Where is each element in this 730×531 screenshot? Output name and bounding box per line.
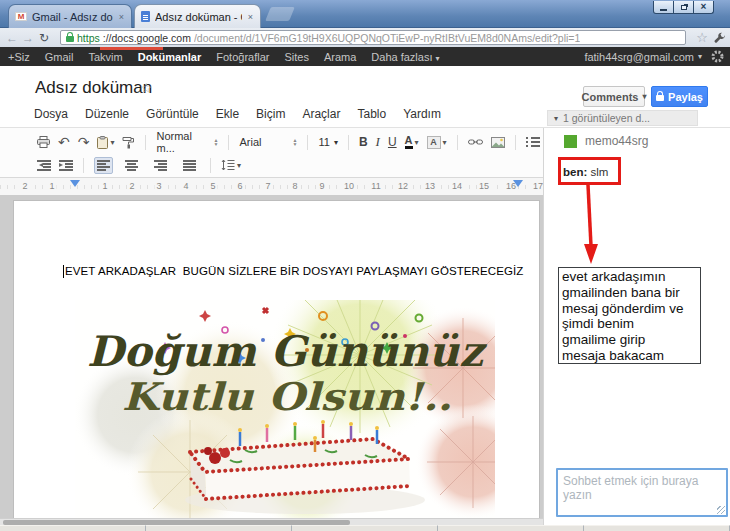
gbar-search[interactable]: Arama — [324, 51, 356, 63]
gbar-documents[interactable]: Dokümanlar — [138, 51, 202, 63]
gbar-plus-you[interactable]: +Siz — [8, 51, 30, 63]
active-product-indicator — [100, 47, 163, 50]
account-menu[interactable]: fatih44srg@gmail.com ▾ — [584, 47, 702, 66]
align-left-button[interactable] — [94, 157, 113, 174]
ruler-number: 3 — [154, 181, 163, 191]
chevron-down-icon: ▾ — [110, 138, 114, 147]
gear-icon[interactable] — [711, 50, 724, 65]
chevron-down-icon: ▾ — [642, 92, 646, 101]
menu-view[interactable]: Görüntüle — [146, 107, 199, 121]
ruler-number: 5 — [208, 181, 217, 191]
insert-image-button[interactable] — [491, 137, 505, 148]
line-spacing-button[interactable]: ▾ — [221, 159, 241, 171]
ruler-number: 11 — [369, 181, 382, 191]
redo-button[interactable]: ↷ — [78, 134, 90, 150]
bookmark-star-icon[interactable]: ☆ — [696, 30, 708, 45]
minimize-icon — [660, 9, 667, 11]
menu-format[interactable]: Biçim — [256, 107, 285, 121]
align-justify-button[interactable] — [179, 156, 200, 175]
star-document-icon[interactable]: ☆ — [140, 80, 153, 96]
reload-button[interactable]: ↻ — [36, 31, 52, 45]
indent-button[interactable] — [59, 160, 73, 171]
outdent-button[interactable] — [37, 160, 51, 171]
address-bar[interactable]: https://docs.google.com/document/d/1VF6m… — [60, 30, 686, 45]
align-center-button[interactable] — [121, 156, 142, 175]
share-button[interactable]: Paylaş — [651, 86, 708, 107]
presence-color-square — [564, 135, 577, 148]
ruler-number: 1 — [47, 181, 56, 191]
comments-button[interactable]: Comments▾ — [583, 86, 645, 107]
chevron-down-icon: ▾ — [436, 54, 440, 63]
left-indent-marker[interactable] — [70, 180, 80, 192]
gbar-sites[interactable]: Sites — [284, 51, 308, 63]
ruler-number: 4 — [181, 181, 190, 191]
document-page[interactable]: EVET ARKADAŞLAR BUGÜN SİZLERE BİR DOSYAY… — [13, 200, 540, 518]
gbar-more[interactable]: Daha fazlası ▾ — [371, 51, 439, 63]
ruler-number: 2 — [127, 181, 136, 191]
menu-file[interactable]: Dosya — [34, 107, 68, 121]
chat-input[interactable] — [556, 468, 728, 517]
resize-handle[interactable] — [717, 506, 725, 514]
gbar-gmail[interactable]: Gmail — [45, 51, 74, 63]
document-text-line[interactable]: EVET ARKADAŞLAR BUGÜN SİZLERE BİR DOSYAY… — [63, 265, 523, 278]
chat-input-wrapper — [556, 468, 728, 517]
tab-close-icon[interactable]: × — [118, 12, 125, 22]
italic-button[interactable]: I — [376, 134, 380, 150]
docs-header: Adsız doküman ☆ Dosya Düzenle Görüntüle … — [0, 66, 730, 128]
menu-tools[interactable]: Araçlar — [302, 107, 340, 121]
text-color-button[interactable]: A▾ — [405, 135, 419, 149]
tab-docs[interactable]: Adsız doküman - Google Dokün × — [134, 4, 261, 28]
underline-button[interactable]: U — [388, 135, 397, 149]
horizontal-scrollbar[interactable] — [0, 518, 543, 525]
ruler-number: 14 — [450, 181, 464, 191]
ruler-number: 12 — [396, 181, 410, 191]
chevron-down-icon: ▾ — [415, 138, 419, 147]
new-tab-button[interactable] — [265, 7, 295, 21]
back-button[interactable]: ← — [4, 31, 20, 45]
gbar-calendar[interactable]: Takvim — [88, 51, 122, 63]
paragraph-style-dropdown[interactable]: Normal m...▲▼ — [156, 130, 218, 154]
insert-link-button[interactable] — [468, 138, 483, 146]
minimize-button[interactable] — [653, 1, 674, 14]
menu-help[interactable]: Yardım — [403, 107, 441, 121]
tab-gmail[interactable]: M Gmail - Adsız doküman (fatih4 × — [8, 4, 132, 28]
font-size-dropdown[interactable]: 11▾ — [318, 136, 337, 148]
updown-icon: ▲▼ — [293, 138, 298, 146]
close-icon: × — [701, 2, 707, 12]
numbered-list-button[interactable] — [526, 137, 540, 147]
updown-icon: ▲▼ — [214, 138, 219, 146]
editor-toolbar: ↶ ↷ ▾ Normal m...▲▼ Arial▲▼ 11▾ B — [0, 128, 543, 178]
bold-button[interactable]: B — [359, 135, 368, 149]
menu-insert[interactable]: Ekle — [216, 107, 239, 121]
menu-table[interactable]: Tablo — [357, 107, 386, 121]
forward-button[interactable]: → — [20, 31, 36, 45]
viewers-label: 1 görüntüleyen d... — [563, 112, 650, 124]
right-indent-marker[interactable] — [513, 180, 523, 192]
google-bar: +Siz Gmail Takvim Dokümanlar Fotoğraflar… — [0, 47, 730, 66]
viewers-bar[interactable]: ▾ 1 görüntüleyen d... — [547, 110, 698, 126]
close-button[interactable]: × — [693, 1, 714, 14]
gmail-favicon-icon: M — [15, 12, 27, 21]
ruler-number: 7 — [263, 181, 272, 191]
paint-format-button[interactable] — [122, 136, 135, 149]
lock-icon — [656, 95, 664, 101]
paste-button[interactable]: ▾ — [97, 136, 114, 149]
undo-button[interactable]: ↶ — [58, 134, 70, 150]
tab-close-icon[interactable]: × — [247, 12, 254, 22]
highlight-color-button[interactable]: A▾ — [427, 136, 447, 149]
font-family-dropdown[interactable]: Arial▲▼ — [239, 136, 297, 148]
birthday-image[interactable]: Doğum Gününüz Kutlu Olsun!.. — [75, 300, 495, 518]
chevron-down-icon: ▾ — [443, 138, 447, 147]
print-button[interactable] — [37, 136, 50, 148]
taskbar-sliver — [0, 525, 730, 531]
gbar-photos[interactable]: Fotoğraflar — [216, 51, 269, 63]
restore-button[interactable] — [673, 1, 694, 14]
url-protocol: https — [77, 32, 100, 44]
url-host: ://docs.google.com — [103, 32, 191, 44]
align-right-button[interactable] — [150, 156, 171, 175]
chevron-down-icon: ▾ — [554, 114, 558, 123]
tab-title: Gmail - Adsız doküman (fatih4 — [32, 11, 113, 23]
menu-edit[interactable]: Düzenle — [85, 107, 129, 121]
document-title[interactable]: Adsız doküman — [35, 78, 152, 98]
ruler-number: 6 — [235, 181, 244, 191]
